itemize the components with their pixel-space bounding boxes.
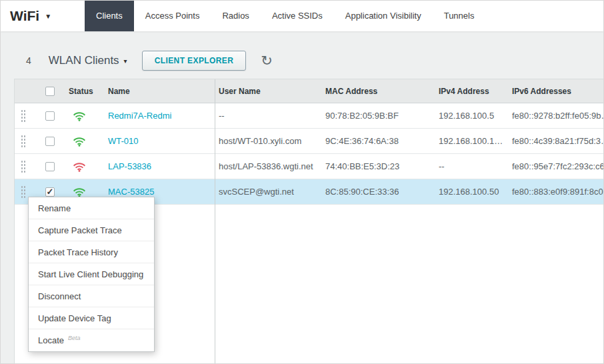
tab-radios[interactable]: Radios (211, 1, 260, 31)
ipv4-address-cell: 192.168.100.5 (435, 111, 508, 121)
tab-application-visibility[interactable]: Application Visibility (334, 1, 433, 31)
frozen-column-divider (215, 79, 215, 364)
menu-item-start-live-client-debugging[interactable]: Start Live Client Debugging (29, 263, 154, 285)
column-header-mac-address[interactable]: MAC Address (321, 87, 435, 96)
drag-handle-icon[interactable] (15, 109, 35, 122)
clients-table: Status Name User Name MAC Address IPv4 A… (14, 79, 603, 364)
user-name-cell: host/WT-010.xyli.com (215, 136, 321, 146)
tab-active-ssids[interactable]: Active SSIDs (261, 1, 334, 31)
client-name-link[interactable]: WT-010 (108, 136, 139, 146)
tab-bar: Clients Access Points Radios Active SSID… (85, 1, 485, 31)
page-title: WiFi (10, 8, 39, 24)
mac-address-cell: 74:40:BB:E5:3D:23 (321, 161, 435, 171)
user-name-cell: -- (215, 111, 321, 121)
row-checkbox[interactable] (45, 111, 55, 121)
drag-handle-icon[interactable] (15, 160, 35, 173)
beta-badge: Beta (68, 335, 81, 341)
client-context-menu: Rename Capture Packet Trace Packet Trace… (28, 197, 155, 352)
ipv6-addresses-cell: fe80::883:e0f9:891f:8c0b (508, 187, 603, 197)
menu-item-label: Packet Trace History (38, 247, 118, 257)
user-name-cell: host/LAP-53836.wgti.net (215, 161, 321, 171)
ipv4-address-cell: -- (435, 161, 508, 171)
status-cell (65, 161, 101, 172)
drag-handle-icon[interactable] (15, 135, 35, 147)
wifi-status-icon (73, 136, 86, 147)
table-row[interactable]: WT-010 host/WT-010.xyli.com 9C:4E:36:74:… (15, 129, 603, 154)
menu-item-label: Update Device Tag (38, 313, 111, 323)
wifi-status-icon (73, 161, 86, 172)
row-checkbox-cell (35, 162, 65, 171)
ipv6-addresses-cell: fe80::9278:b2ff:fe05:9b… (508, 111, 603, 121)
table-header-row: Status Name User Name MAC Address IPv4 A… (15, 79, 603, 103)
menu-item-packet-trace-history[interactable]: Packet Trace History (29, 241, 154, 263)
menu-item-capture-packet-trace[interactable]: Capture Packet Trace (29, 219, 154, 241)
table-row[interactable]: Redmi7A-Redmi -- 90:78:B2:05:9B:BF 192.1… (15, 103, 603, 129)
panel-toolbar: 4 WLAN Clients ▾ CLIENT EXPLORER ↻ (14, 42, 603, 79)
menu-item-disconnect[interactable]: Disconnect (29, 285, 154, 307)
topbar: WiFi ▼ Clients Access Points Radios Acti… (1, 1, 603, 31)
chevron-down-icon: ▼ (45, 13, 51, 20)
client-name-link[interactable]: LAP-53836 (108, 161, 151, 171)
column-header-status[interactable]: Status (65, 87, 101, 96)
wifi-dashboard: WiFi ▼ Clients Access Points Radios Acti… (0, 0, 604, 364)
menu-item-label: Locate (38, 335, 64, 345)
status-cell (65, 136, 101, 147)
select-all-cell (35, 87, 65, 96)
tab-clients[interactable]: Clients (85, 1, 134, 31)
status-cell (65, 187, 101, 197)
chevron-down-icon: ▾ (124, 56, 127, 65)
menu-item-rename[interactable]: Rename (29, 197, 154, 219)
row-checkbox[interactable] (45, 187, 55, 197)
client-explorer-button[interactable]: CLIENT EXPLORER (142, 51, 247, 71)
select-all-checkbox[interactable] (45, 87, 55, 96)
ipv4-address-cell: 192.168.100.50 (435, 187, 508, 197)
row-checkbox-cell (35, 111, 65, 121)
wifi-menu[interactable]: WiFi ▼ (10, 1, 74, 31)
column-header-user-name[interactable]: User Name (215, 87, 321, 96)
column-header-ipv4-address[interactable]: IPv4 Address (435, 87, 508, 96)
tab-tunnels[interactable]: Tunnels (433, 1, 486, 31)
status-cell (65, 111, 101, 121)
column-header-ipv6-addresses[interactable]: IPv6 Addresses (508, 87, 603, 96)
wifi-status-icon (73, 111, 86, 121)
table-row[interactable]: LAP-53836 host/LAP-53836.wgti.net 74:40:… (15, 154, 603, 179)
panel-title: WLAN Clients (49, 54, 119, 67)
mac-address-cell: 9C:4E:36:74:6A:38 (321, 136, 435, 146)
user-name-cell: svcSCEP@wgti.net (215, 187, 321, 197)
main-content: 4 WLAN Clients ▾ CLIENT EXPLORER ↻ Statu… (1, 31, 603, 364)
column-header-name[interactable]: Name (101, 87, 215, 96)
menu-item-label: Rename (38, 203, 71, 213)
mac-address-cell: 8C:85:90:CE:33:36 (321, 187, 435, 197)
ipv6-addresses-cell: fe80::95e7:7fc2:293c:c6… (508, 161, 603, 171)
wifi-status-icon (73, 187, 86, 197)
ipv6-addresses-cell: fe80::4c39:8a21:f75d:3… (508, 136, 603, 146)
row-checkbox-cell (35, 137, 65, 146)
refresh-icon[interactable]: ↻ (261, 53, 273, 67)
ipv4-address-cell: 192.168.100.1… (435, 136, 508, 146)
menu-item-update-device-tag[interactable]: Update Device Tag (29, 307, 154, 329)
client-name-link[interactable]: MAC-53825 (108, 187, 154, 197)
row-checkbox[interactable] (45, 162, 55, 171)
row-checkbox-cell (35, 187, 65, 197)
menu-item-locate[interactable]: LocateBeta (29, 329, 154, 351)
wlan-clients-dropdown[interactable]: WLAN Clients ▾ (49, 54, 127, 67)
wlan-clients-panel: 4 WLAN Clients ▾ CLIENT EXPLORER ↻ Statu… (14, 42, 603, 364)
menu-item-label: Capture Packet Trace (38, 225, 122, 235)
row-checkbox[interactable] (45, 137, 55, 146)
mac-address-cell: 90:78:B2:05:9B:BF (321, 111, 435, 121)
menu-item-label: Disconnect (38, 291, 81, 301)
client-name-link[interactable]: Redmi7A-Redmi (108, 111, 171, 121)
client-count: 4 (26, 55, 31, 66)
menu-item-label: Start Live Client Debugging (38, 269, 143, 279)
tab-access-points[interactable]: Access Points (134, 1, 211, 31)
